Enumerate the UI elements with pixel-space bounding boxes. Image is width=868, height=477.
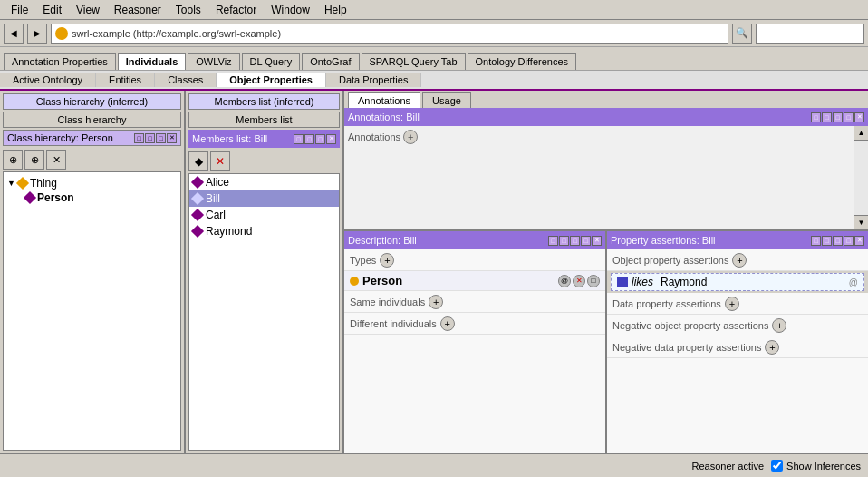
tab-annotation-properties[interactable]: Annotation Properties xyxy=(4,53,116,70)
mem-ctrl-3[interactable]: □ xyxy=(315,134,325,144)
member-item-carl[interactable]: Carl xyxy=(189,207,339,223)
data-prop-section: Data property assertions + xyxy=(607,293,868,315)
obj-prop-label: Object property assertions xyxy=(612,255,728,266)
menu-window[interactable]: Window xyxy=(264,2,317,18)
search-icon-btn[interactable]: 🔍 xyxy=(732,24,752,44)
prop-ctrl-5[interactable]: ✕ xyxy=(854,236,864,246)
anno-content: Annotations + xyxy=(344,126,854,229)
person-type-edit[interactable]: □ xyxy=(587,275,600,287)
hier-ctrl-4[interactable]: ✕ xyxy=(167,133,177,143)
tree-btn-2[interactable]: ⊕ xyxy=(24,150,44,170)
subtab-active-ontology[interactable]: Active Ontology xyxy=(0,73,96,87)
member-item-bill[interactable]: Bill xyxy=(189,190,339,207)
neg-data-prop-add-btn[interactable]: + xyxy=(765,340,779,355)
tab-ontology-differences[interactable]: Ontology Differences xyxy=(468,53,577,70)
person-diamond xyxy=(24,191,36,204)
tree-btn-1[interactable]: ⊕ xyxy=(3,150,23,170)
tab-sparql[interactable]: SPARQL Query Tab xyxy=(362,53,466,70)
tree-item-thing[interactable]: ▼ Thing xyxy=(7,176,177,190)
search-input[interactable] xyxy=(756,24,864,44)
person-type-item[interactable]: Person @ ✕ □ xyxy=(344,271,605,291)
subtab-object-properties[interactable]: Object Properties xyxy=(217,73,326,87)
right-container: Annotations Usage Annotations: Bill □ □ … xyxy=(344,91,868,453)
neg-obj-prop-add-btn[interactable]: + xyxy=(772,318,786,333)
back-button[interactable]: ◀ xyxy=(4,24,24,44)
anno-add-btn[interactable]: + xyxy=(403,130,418,144)
member-remove-btn[interactable]: ✕ xyxy=(210,151,230,171)
menu-refactor[interactable]: Refactor xyxy=(208,2,264,18)
tab-dl-query[interactable]: DL Query xyxy=(242,53,301,70)
member-add-btn[interactable]: ◆ xyxy=(188,151,208,171)
tree-item-person[interactable]: Person xyxy=(25,190,177,205)
members-list-btn[interactable]: Members list xyxy=(188,112,340,128)
obj-prop-add-btn[interactable]: + xyxy=(732,253,747,268)
scroll-down-btn[interactable]: ▼ xyxy=(854,215,868,229)
prop-ctrl-4[interactable]: □ xyxy=(844,236,854,246)
tree-btn-3[interactable]: ✕ xyxy=(46,150,66,170)
scroll-track xyxy=(854,141,868,215)
person-type-link[interactable]: @ xyxy=(558,275,571,287)
menu-view[interactable]: View xyxy=(69,2,107,18)
desc-ctrl-3[interactable]: □ xyxy=(570,236,580,246)
hier-ctrl-1[interactable]: □ xyxy=(134,133,144,143)
desc-ctrl-2[interactable]: □ xyxy=(559,236,569,246)
tab-owlviz[interactable]: OWLViz xyxy=(188,53,239,70)
tree-area[interactable]: ▼ Thing Person xyxy=(3,171,181,451)
member-item-raymond[interactable]: Raymond xyxy=(189,223,339,239)
members-bill-title: Members list: Bill xyxy=(192,133,267,144)
desc-controls: □ □ □ □ ✕ xyxy=(548,236,602,246)
members-list[interactable]: Alice Bill Carl Raymond xyxy=(188,173,340,451)
anno-ctrl-3[interactable]: □ xyxy=(833,112,843,122)
mem-ctrl-1[interactable]: □ xyxy=(294,134,304,144)
desc-ctrl-4[interactable]: □ xyxy=(581,236,591,246)
tab-individuals[interactable]: Individuals xyxy=(118,53,186,70)
scroll-up-btn[interactable]: ▲ xyxy=(854,126,868,141)
anno-ctrl-4[interactable]: □ xyxy=(844,112,854,122)
prop-ctrl-1[interactable]: □ xyxy=(811,236,821,246)
class-hierarchy-inferred-btn[interactable]: Class hierarchy (inferred) xyxy=(3,93,181,110)
show-inferences-checkbox[interactable] xyxy=(771,460,783,472)
anno-ctrl-5[interactable]: ✕ xyxy=(854,112,864,122)
forward-button[interactable]: ▶ xyxy=(27,24,47,44)
assertion-link-icon[interactable]: @ xyxy=(849,277,858,287)
anno-tab-annotations[interactable]: Annotations xyxy=(348,92,420,108)
menu-file[interactable]: File xyxy=(4,2,35,18)
subtab-entities[interactable]: Entities xyxy=(96,73,155,87)
person-type-remove[interactable]: ✕ xyxy=(573,275,585,287)
menu-edit[interactable]: Edit xyxy=(35,2,69,18)
menubar: File Edit View Reasoner Tools Refactor W… xyxy=(0,0,868,20)
menu-help[interactable]: Help xyxy=(317,2,354,18)
types-add-btn[interactable]: + xyxy=(380,253,394,268)
data-prop-add-btn[interactable]: + xyxy=(725,297,739,311)
mem-ctrl-2[interactable]: □ xyxy=(304,134,314,144)
carl-label: Carl xyxy=(206,209,226,221)
desc-ctrl-5[interactable]: ✕ xyxy=(592,236,602,246)
prop-ctrl-3[interactable]: □ xyxy=(833,236,843,246)
desc-ctrl-1[interactable]: □ xyxy=(548,236,558,246)
hierarchy-controls: □ □ □ ✕ xyxy=(134,133,177,143)
prop-ctrl-2[interactable]: □ xyxy=(822,236,832,246)
prop-controls: □ □ □ □ ✕ xyxy=(811,236,864,246)
show-inferences-checkbox-label[interactable]: Show Inferences xyxy=(771,460,861,472)
mem-ctrl-4[interactable]: ✕ xyxy=(326,134,336,144)
same-add-btn[interactable]: + xyxy=(429,295,443,309)
class-hierarchy-btn[interactable]: Class hierarchy xyxy=(3,112,181,128)
assertion-property: likes xyxy=(632,276,653,288)
tab-ontograf[interactable]: OntoGraf xyxy=(302,53,359,70)
anno-scrollbar: ▲ ▼ xyxy=(854,126,868,229)
likes-raymond-assertion[interactable]: likes Raymond @ xyxy=(611,273,864,291)
different-add-btn[interactable]: + xyxy=(440,316,455,331)
hier-ctrl-2[interactable]: □ xyxy=(145,133,155,143)
hier-ctrl-3[interactable]: □ xyxy=(156,133,166,143)
menu-reasoner[interactable]: Reasoner xyxy=(107,2,169,18)
anno-tab-usage[interactable]: Usage xyxy=(422,92,471,108)
subtab-data-properties[interactable]: Data Properties xyxy=(326,73,421,87)
thing-arrow: ▼ xyxy=(7,179,15,188)
anno-ctrl-1[interactable]: □ xyxy=(811,112,821,122)
member-item-alice[interactable]: Alice xyxy=(189,174,339,190)
anno-ctrl-2[interactable]: □ xyxy=(822,112,832,122)
types-label: Types xyxy=(350,255,376,266)
prop-header: Property assertions: Bill □ □ □ □ ✕ xyxy=(607,231,868,249)
menu-tools[interactable]: Tools xyxy=(169,2,208,18)
subtab-classes[interactable]: Classes xyxy=(155,73,217,87)
